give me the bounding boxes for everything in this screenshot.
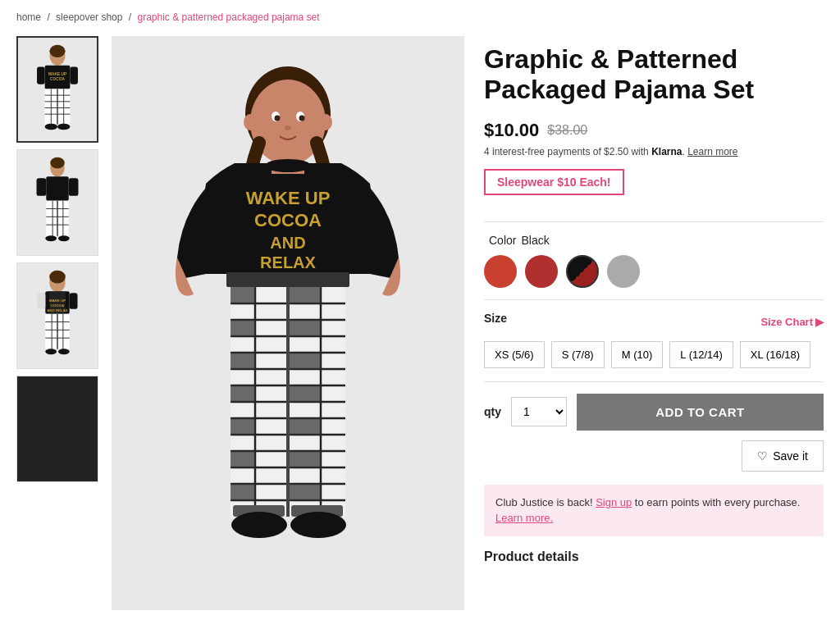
breadcrumb-sep1: / bbox=[47, 11, 49, 23]
svg-point-2 bbox=[49, 44, 65, 57]
divider-3 bbox=[484, 381, 824, 382]
breadcrumb-sep2: / bbox=[129, 11, 131, 23]
svg-point-60 bbox=[285, 125, 291, 130]
svg-rect-98 bbox=[288, 451, 321, 467]
breadcrumb-shop[interactable]: sleepover shop bbox=[56, 11, 122, 23]
svg-point-14 bbox=[45, 123, 57, 130]
svg-rect-21 bbox=[46, 177, 68, 201]
svg-text:WAKE UP: WAKE UP bbox=[49, 299, 66, 303]
product-title: Graphic & Patterned Packaged Pajama Set bbox=[484, 44, 824, 105]
svg-rect-39 bbox=[70, 294, 78, 310]
thumbnail-3[interactable]: WAKE UP COCOA AND RELAX bbox=[16, 262, 98, 369]
club-text: Club Justice is back! bbox=[495, 496, 593, 508]
svg-point-59 bbox=[299, 116, 305, 121]
size-m[interactable]: M (10) bbox=[611, 341, 664, 368]
svg-rect-92 bbox=[288, 353, 321, 369]
product-layout: WAKE UP COCOA bbox=[16, 36, 824, 610]
svg-point-20 bbox=[50, 157, 65, 169]
price-original: $38.00 bbox=[547, 123, 587, 138]
svg-point-104 bbox=[231, 512, 287, 538]
thumbnail-4[interactable] bbox=[16, 376, 98, 482]
klarna-text: 4 interest-free payments of $2.50 with bbox=[484, 146, 649, 157]
svg-rect-95 bbox=[231, 418, 255, 435]
size-xs[interactable]: XS (5/6) bbox=[484, 341, 545, 368]
svg-rect-96 bbox=[288, 418, 321, 435]
klarna-learn-more[interactable]: Learn more bbox=[687, 146, 737, 157]
thumbnail-2[interactable] bbox=[16, 149, 98, 256]
save-button[interactable]: ♡ Save it bbox=[742, 440, 824, 472]
breadcrumb-home[interactable]: home bbox=[16, 11, 41, 23]
svg-rect-23 bbox=[69, 179, 79, 197]
svg-text:WAKE UP: WAKE UP bbox=[48, 72, 67, 76]
svg-text:AND RELAX: AND RELAX bbox=[47, 308, 68, 312]
svg-rect-89 bbox=[231, 320, 255, 336]
svg-rect-93 bbox=[231, 385, 255, 402]
size-s[interactable]: S (7/8) bbox=[551, 341, 605, 368]
size-label: Size bbox=[484, 312, 507, 325]
svg-point-105 bbox=[290, 512, 346, 538]
price-row: $10.00 $38.00 bbox=[484, 120, 824, 141]
price-current: $10.00 bbox=[484, 120, 539, 141]
qty-cart-row: qty 1 2 3 4 5 ADD TO CART bbox=[484, 394, 824, 431]
divider-2 bbox=[484, 299, 824, 300]
product-details-heading: Product details bbox=[484, 549, 824, 564]
size-buttons: XS (5/6) S (7/8) M (10) L (12/14) XL (16… bbox=[484, 341, 824, 368]
klarna-row: 4 interest-free payments of $2.50 with K… bbox=[484, 146, 824, 157]
svg-rect-38 bbox=[38, 294, 46, 310]
svg-point-64 bbox=[265, 159, 311, 172]
svg-point-58 bbox=[275, 116, 281, 121]
svg-text:COCOA: COCOA bbox=[254, 210, 322, 230]
qty-label: qty bbox=[484, 405, 501, 418]
color-label: ColorBlack bbox=[484, 234, 824, 247]
svg-rect-97 bbox=[231, 451, 255, 467]
save-label: Save it bbox=[773, 449, 808, 463]
svg-point-48 bbox=[58, 349, 70, 355]
size-section: Size Size Chart ▶ XS (5/6) S (7/8) M (10… bbox=[484, 312, 824, 368]
color-section: ColorBlack bbox=[484, 234, 824, 288]
size-xl[interactable]: XL (16/18) bbox=[740, 341, 810, 368]
svg-point-61 bbox=[244, 114, 257, 130]
club-learn-more-link[interactable]: Learn more. bbox=[495, 512, 553, 524]
color-value: Black bbox=[521, 234, 549, 247]
size-chart-link[interactable]: Size Chart ▶ bbox=[760, 316, 824, 328]
svg-rect-4 bbox=[37, 66, 45, 84]
size-header: Size Size Chart ▶ bbox=[484, 312, 824, 333]
color-swatch-gray[interactable] bbox=[607, 255, 640, 288]
svg-point-62 bbox=[319, 114, 332, 130]
color-swatch-red-orange[interactable] bbox=[484, 255, 517, 288]
svg-rect-94 bbox=[288, 385, 321, 402]
svg-rect-5 bbox=[70, 66, 78, 84]
save-btn-row: ♡ Save it bbox=[484, 440, 824, 472]
svg-text:RELAX: RELAX bbox=[260, 253, 316, 271]
add-to-cart-button[interactable]: ADD TO CART bbox=[577, 394, 824, 431]
page-wrapper: home / sleepover shop / graphic & patter… bbox=[0, 0, 840, 620]
svg-rect-91 bbox=[231, 353, 255, 369]
club-signup-link[interactable]: Sign up bbox=[596, 496, 632, 508]
main-product-image: WAKE UP COCOA AND RELAX bbox=[112, 36, 464, 610]
thumbnails-column: WAKE UP COCOA bbox=[16, 36, 105, 610]
chevron-right-icon: ▶ bbox=[815, 316, 824, 328]
svg-rect-87 bbox=[231, 287, 255, 303]
breadcrumb: home / sleepover shop / graphic & patter… bbox=[16, 11, 824, 23]
klarna-logo: Klarna bbox=[651, 146, 682, 157]
svg-text:COCOA: COCOA bbox=[51, 303, 65, 308]
promo-badge: Sleepwear $10 Each! bbox=[484, 169, 624, 195]
breadcrumb-current[interactable]: graphic & patterned packaged pajama set bbox=[137, 11, 319, 23]
thumbnail-1[interactable]: WAKE UP COCOA bbox=[16, 36, 98, 143]
svg-point-15 bbox=[57, 123, 70, 130]
svg-rect-100 bbox=[288, 484, 321, 500]
svg-point-47 bbox=[45, 349, 57, 355]
club-justice-banner: Club Justice is back! Sign up to earn po… bbox=[484, 485, 824, 536]
color-swatches bbox=[484, 255, 824, 288]
product-info-panel: Graphic & Patterned Packaged Pajama Set … bbox=[484, 36, 824, 610]
svg-text:WAKE UP: WAKE UP bbox=[246, 188, 331, 208]
color-swatch-black-red[interactable] bbox=[566, 255, 599, 288]
svg-point-35 bbox=[49, 271, 66, 284]
color-swatch-dark-red[interactable] bbox=[525, 255, 558, 288]
svg-rect-99 bbox=[231, 484, 255, 500]
svg-rect-88 bbox=[288, 287, 321, 303]
quantity-select[interactable]: 1 2 3 4 5 bbox=[511, 397, 567, 426]
svg-rect-52 bbox=[17, 376, 98, 481]
svg-point-31 bbox=[45, 236, 57, 242]
size-l[interactable]: L (12/14) bbox=[669, 341, 733, 368]
